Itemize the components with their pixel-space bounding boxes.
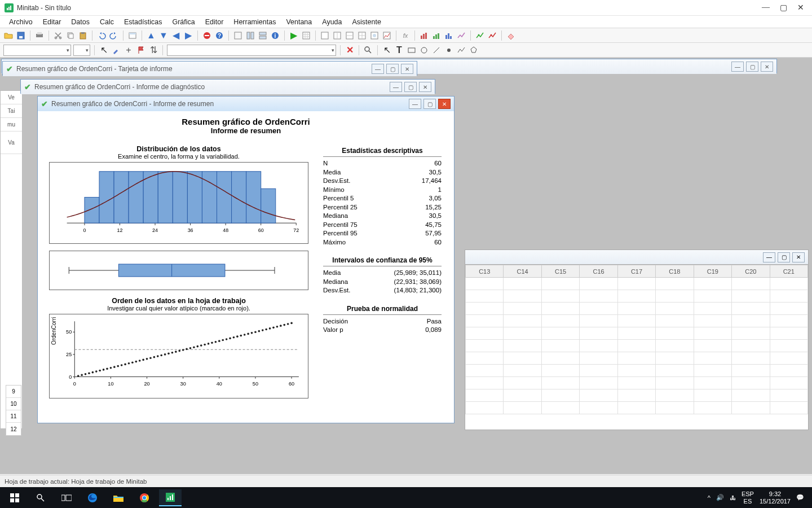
child-close-button[interactable]: ✕ bbox=[401, 64, 413, 74]
col-header[interactable]: C20 bbox=[732, 265, 770, 278]
grid3-icon[interactable] bbox=[332, 30, 342, 41]
copy-icon[interactable] bbox=[65, 30, 76, 41]
tray-up-icon[interactable]: ^ bbox=[708, 494, 710, 501]
brush-icon[interactable] bbox=[111, 45, 121, 55]
menu-archivo[interactable]: Archivo bbox=[5, 17, 37, 27]
flag-icon[interactable] bbox=[136, 45, 146, 55]
menu-ayuda[interactable]: Ayuda bbox=[317, 17, 346, 27]
text-icon[interactable]: T bbox=[394, 45, 404, 55]
grid5-icon[interactable] bbox=[357, 30, 367, 41]
maximize-button[interactable]: ▢ bbox=[780, 3, 787, 12]
ws-min-button[interactable]: — bbox=[763, 252, 775, 262]
close-button[interactable]: ✕ bbox=[797, 3, 804, 12]
line-shape-icon[interactable] bbox=[431, 45, 442, 55]
tray-notifications-icon[interactable]: 💬 bbox=[796, 494, 804, 501]
child-min-button[interactable]: — bbox=[372, 64, 384, 74]
chart1-icon[interactable] bbox=[419, 30, 429, 41]
arr-right-icon[interactable]: ▶ bbox=[183, 30, 193, 41]
crosshair-icon[interactable]: + bbox=[123, 45, 134, 55]
edge-icon[interactable] bbox=[81, 489, 104, 506]
col-header[interactable]: C17 bbox=[617, 265, 655, 278]
col-header[interactable]: C18 bbox=[656, 265, 694, 278]
delete-x-icon[interactable]: ✕ bbox=[345, 45, 355, 55]
print-icon[interactable] bbox=[34, 30, 45, 41]
child-min-button[interactable]: — bbox=[390, 82, 402, 92]
open-icon[interactable] bbox=[3, 30, 14, 41]
taskview-icon[interactable] bbox=[55, 489, 78, 506]
minimize-button[interactable]: — bbox=[762, 3, 770, 12]
grid4-icon[interactable] bbox=[345, 30, 355, 41]
menu-ventana[interactable]: Ventana bbox=[281, 17, 316, 27]
chart3-icon[interactable] bbox=[444, 30, 454, 41]
report-card-window[interactable]: ✔Resumen gráfico de OrdenCorri - Tarjeta… bbox=[2, 61, 417, 76]
paste-icon[interactable] bbox=[78, 30, 88, 41]
child-max-button[interactable]: ▢ bbox=[746, 62, 758, 72]
sort-icon[interactable]: ⇅ bbox=[148, 45, 158, 55]
tool-b-icon[interactable] bbox=[245, 30, 255, 41]
grid2-icon[interactable] bbox=[320, 30, 330, 41]
cut-icon[interactable] bbox=[53, 30, 63, 41]
circle-shape-icon[interactable] bbox=[419, 45, 429, 55]
col-header[interactable]: C21 bbox=[770, 265, 808, 278]
child-close-button[interactable]: ✕ bbox=[419, 82, 431, 92]
child-min-button[interactable]: — bbox=[731, 62, 744, 72]
chart6-icon[interactable] bbox=[487, 30, 497, 41]
chart2-icon[interactable] bbox=[431, 30, 442, 41]
menu-estadisticas[interactable]: Estadísticas bbox=[120, 17, 166, 27]
play-icon[interactable]: ▶ bbox=[289, 30, 299, 41]
grid1-icon[interactable] bbox=[301, 30, 311, 41]
col-header[interactable]: C13 bbox=[466, 265, 504, 278]
col-header[interactable]: C15 bbox=[541, 265, 579, 278]
redo-icon[interactable] bbox=[109, 30, 119, 41]
save-icon[interactable] bbox=[16, 30, 26, 41]
pointer-icon[interactable]: ↖ bbox=[99, 45, 109, 55]
menu-calc[interactable]: Calc bbox=[95, 17, 118, 27]
rect-shape-icon[interactable] bbox=[407, 45, 417, 55]
tray-lang[interactable]: ESPES bbox=[742, 491, 754, 504]
child-max-button[interactable]: ▢ bbox=[386, 64, 399, 74]
polyline-icon[interactable] bbox=[456, 45, 466, 55]
worksheet-window[interactable]: — ▢ ✕ C13C14C15C16C17C18C19C20C21 bbox=[465, 249, 809, 430]
start-button[interactable] bbox=[3, 489, 26, 506]
ws-close-button[interactable]: ✕ bbox=[792, 252, 805, 262]
zoom-icon[interactable] bbox=[363, 45, 373, 55]
arr-left-icon[interactable]: ◀ bbox=[171, 30, 181, 41]
menu-datos[interactable]: Datos bbox=[67, 17, 94, 27]
arr-up-icon[interactable]: ▲ bbox=[146, 30, 156, 41]
help-icon[interactable]: ? bbox=[214, 30, 224, 41]
col-header[interactable]: C16 bbox=[580, 265, 617, 278]
child-max-button[interactable]: ▢ bbox=[404, 82, 417, 92]
tray-clock[interactable]: 9:3215/12/2017 bbox=[760, 491, 791, 504]
new-window-icon[interactable] bbox=[127, 30, 138, 41]
child-max-button[interactable]: ▢ bbox=[423, 99, 436, 109]
child-close-button[interactable]: ✕ bbox=[438, 99, 451, 109]
chart4-icon[interactable] bbox=[456, 30, 466, 41]
info-icon[interactable]: i bbox=[270, 30, 280, 41]
tray-network-icon[interactable]: 🖧 bbox=[730, 494, 736, 501]
ws-max-button[interactable]: ▢ bbox=[778, 252, 790, 262]
tool-a-icon[interactable] bbox=[233, 30, 243, 41]
combo-variable[interactable] bbox=[167, 45, 336, 56]
grid6-icon[interactable] bbox=[369, 30, 379, 41]
menu-herramientas[interactable]: Herramientas bbox=[229, 17, 280, 27]
col-header[interactable]: C19 bbox=[694, 265, 731, 278]
tool-c-icon[interactable] bbox=[258, 30, 268, 41]
combo-column[interactable] bbox=[3, 45, 71, 56]
child-close-button[interactable]: ✕ bbox=[761, 62, 773, 72]
diagnostic-window[interactable]: ✔Resumen gráfico de OrdenCorri - Informe… bbox=[20, 79, 435, 94]
child-min-button[interactable]: — bbox=[409, 99, 421, 109]
menu-editor[interactable]: Editor bbox=[201, 17, 228, 27]
minitab-task-icon[interactable] bbox=[159, 489, 182, 506]
eraser-icon[interactable] bbox=[506, 30, 516, 41]
stop-icon[interactable] bbox=[202, 30, 212, 41]
worksheet-grid[interactable]: C13C14C15C16C17C18C19C20C21 bbox=[465, 265, 808, 414]
combo-format[interactable] bbox=[73, 45, 90, 56]
chart5-icon[interactable] bbox=[475, 30, 485, 41]
menu-grafica[interactable]: Gráfica bbox=[167, 17, 199, 27]
search-icon[interactable] bbox=[29, 489, 52, 506]
chrome-icon[interactable] bbox=[133, 489, 156, 506]
grid7-icon[interactable] bbox=[382, 30, 392, 41]
menu-asistente[interactable]: Asistente bbox=[348, 17, 386, 27]
polygon-icon[interactable] bbox=[469, 45, 479, 55]
fx-icon[interactable]: fx bbox=[400, 30, 411, 41]
